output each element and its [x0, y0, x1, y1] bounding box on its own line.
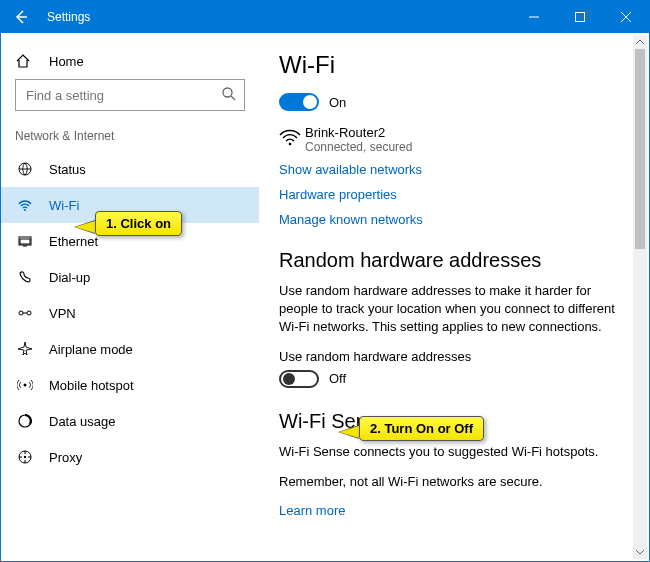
sidebar-group-title: Network & Internet [1, 125, 259, 151]
link-hardware-properties[interactable]: Hardware properties [279, 187, 623, 202]
dialup-icon [15, 269, 35, 285]
sidebar-home-label: Home [49, 54, 84, 69]
svg-rect-5 [20, 239, 30, 244]
scroll-up-icon[interactable] [633, 35, 647, 49]
sidebar-item-status[interactable]: Status [1, 151, 259, 187]
svg-point-7 [27, 311, 31, 315]
minimize-icon [529, 12, 539, 22]
sidebar-item-label: Dial-up [49, 270, 90, 285]
sidebar-item-datausage[interactable]: Data usage [1, 403, 259, 439]
page-title: Wi-Fi [279, 51, 623, 79]
sidebar-item-label: VPN [49, 306, 76, 321]
search-input[interactable] [15, 79, 245, 111]
search-icon [221, 86, 237, 105]
sidebar-item-label: Proxy [49, 450, 82, 465]
vertical-scrollbar[interactable] [633, 35, 647, 559]
callout-arrow [75, 221, 95, 233]
sidebar-item-label: Data usage [49, 414, 116, 429]
svg-point-11 [24, 456, 26, 458]
home-icon [15, 53, 35, 69]
close-icon [621, 12, 631, 22]
sidebar-home[interactable]: Home [1, 45, 259, 79]
sidebar-item-label: Wi-Fi [49, 198, 79, 213]
random-hw-toggle[interactable] [279, 370, 319, 388]
link-learn-more[interactable]: Learn more [279, 503, 623, 518]
link-manage-known[interactable]: Manage known networks [279, 212, 623, 227]
airplane-icon [15, 341, 35, 357]
svg-point-3 [24, 209, 26, 211]
wifi-toggle-label: On [329, 95, 346, 110]
network-name: Brink-Router2 [305, 125, 412, 140]
svg-point-1 [223, 88, 232, 97]
maximize-button[interactable] [557, 1, 603, 33]
wifi-icon [15, 197, 35, 213]
wifi-sense-desc2: Remember, not all Wi-Fi networks are sec… [279, 473, 623, 491]
status-icon [15, 161, 35, 177]
current-network[interactable]: Brink-Router2 Connected, secured [279, 125, 623, 154]
svg-rect-0 [576, 13, 585, 22]
annotation-callout-2: 2. Turn On or Off [359, 416, 484, 441]
back-button[interactable] [1, 1, 41, 33]
scroll-thumb[interactable] [635, 49, 645, 249]
back-arrow-icon [13, 9, 29, 25]
wifi-signal-icon [279, 125, 305, 150]
content-pane: Wi-Fi On Brink-Router2 Connected, secure… [259, 33, 649, 561]
close-button[interactable] [603, 1, 649, 33]
sidebar-item-label: Mobile hotspot [49, 378, 134, 393]
annotation-callout-1: 1. Click on [95, 211, 182, 236]
scroll-down-icon[interactable] [633, 545, 647, 559]
sidebar-item-airplane[interactable]: Airplane mode [1, 331, 259, 367]
sidebar-item-hotspot[interactable]: Mobile hotspot [1, 367, 259, 403]
minimize-button[interactable] [511, 1, 557, 33]
random-heading: Random hardware addresses [279, 249, 623, 272]
random-hw-toggle-label: Off [329, 371, 346, 386]
network-status: Connected, secured [305, 140, 412, 154]
datausage-icon [15, 413, 35, 429]
callout-arrow [339, 426, 359, 438]
svg-point-8 [24, 384, 27, 387]
vpn-icon [15, 305, 35, 321]
sidebar-item-label: Airplane mode [49, 342, 133, 357]
sidebar-item-label: Status [49, 162, 86, 177]
ethernet-icon [15, 233, 35, 249]
hotspot-icon [15, 377, 35, 393]
sidebar-item-dialup[interactable]: Dial-up [1, 259, 259, 295]
sidebar-item-vpn[interactable]: VPN [1, 295, 259, 331]
svg-point-12 [289, 143, 292, 146]
window-titlebar: Settings [1, 1, 649, 33]
link-show-networks[interactable]: Show available networks [279, 162, 623, 177]
random-sublabel: Use random hardware addresses [279, 349, 623, 364]
sidebar-item-proxy[interactable]: Proxy [1, 439, 259, 475]
maximize-icon [575, 12, 585, 22]
window-title: Settings [47, 10, 511, 24]
wifi-toggle[interactable] [279, 93, 319, 111]
svg-point-6 [19, 311, 23, 315]
wifi-sense-desc1: Wi-Fi Sense connects you to suggested Wi… [279, 443, 623, 461]
random-description: Use random hardware addresses to make it… [279, 282, 623, 337]
sidebar-item-label: Ethernet [49, 234, 98, 249]
sidebar: Home Network & Internet Status Wi-Fi Eth… [1, 33, 259, 561]
proxy-icon [15, 449, 35, 465]
